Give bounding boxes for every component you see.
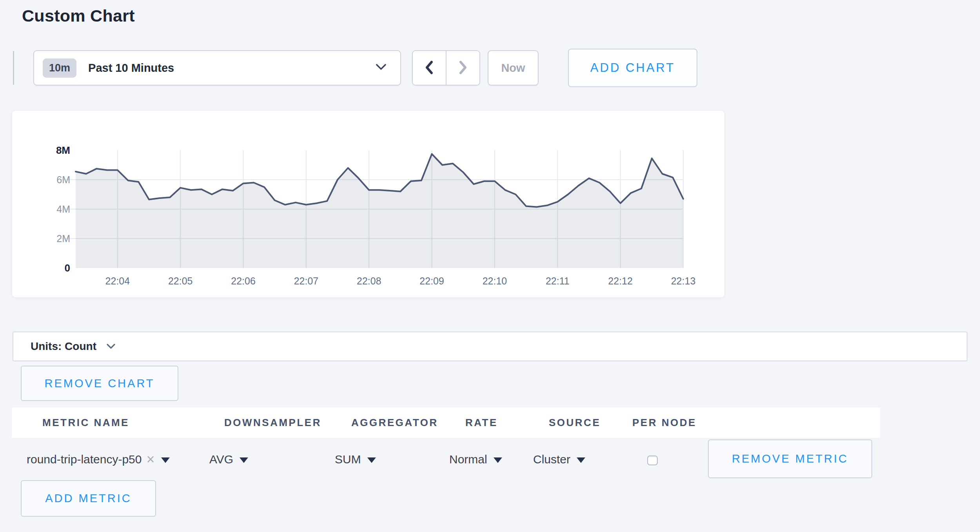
source-select[interactable]: Cluster <box>533 451 585 468</box>
chevron-down-icon <box>107 344 115 351</box>
caret-down-icon <box>494 457 502 463</box>
svg-text:2M: 2M <box>56 233 70 244</box>
svg-text:22:13: 22:13 <box>671 275 696 286</box>
column-header-source: SOURCE <box>549 408 601 438</box>
add-metric-button[interactable]: ADD METRIC <box>21 480 156 517</box>
chevron-right-icon <box>458 60 468 76</box>
chevron-left-icon <box>425 60 434 76</box>
svg-text:22:09: 22:09 <box>419 275 444 286</box>
now-button[interactable]: Now <box>488 50 539 86</box>
svg-text:6M: 6M <box>56 174 70 185</box>
remove-chart-button[interactable]: REMOVE CHART <box>21 366 178 401</box>
time-range-select[interactable]: 10m Past 10 Minutes <box>33 50 401 86</box>
aggregator-select[interactable]: SUM <box>335 451 376 468</box>
time-next-button[interactable] <box>446 51 479 85</box>
custom-chart-page: Custom Chart 10m Past 10 Minutes Now ADD… <box>0 0 980 532</box>
timeseries-chart: 22:0422:0522:0622:0722:0822:0922:1022:11… <box>12 111 724 297</box>
caret-down-icon <box>240 457 248 463</box>
chart-card: 22:0422:0522:0622:0722:0822:0922:1022:11… <box>12 110 725 298</box>
svg-text:22:10: 22:10 <box>483 275 507 286</box>
svg-text:22:11: 22:11 <box>546 275 570 286</box>
source-value: Cluster <box>533 453 570 466</box>
close-icon[interactable]: × <box>146 454 154 465</box>
metric-name-select[interactable]: round-trip-latency-p50 × <box>27 451 170 468</box>
column-header-downsampler: DOWNSAMPLER <box>224 408 321 438</box>
column-header-per-node: PER NODE <box>632 408 697 438</box>
chevron-down-icon <box>376 64 386 72</box>
svg-text:22:07: 22:07 <box>294 275 319 286</box>
downsampler-select[interactable]: AVG <box>209 451 248 468</box>
add-chart-button[interactable]: ADD CHART <box>568 49 697 87</box>
caret-down-icon <box>367 457 376 463</box>
column-header-aggregator: AGGREGATOR <box>351 408 438 438</box>
units-label: Units: Count <box>31 340 96 353</box>
time-prev-button[interactable] <box>413 51 446 85</box>
metrics-table-header: METRIC NAME DOWNSAMPLER AGGREGATOR RATE … <box>12 408 880 438</box>
svg-text:8M: 8M <box>56 144 70 156</box>
rate-select[interactable]: Normal <box>449 451 502 468</box>
svg-text:0: 0 <box>65 262 70 274</box>
downsampler-value: AVG <box>209 453 233 466</box>
caret-down-icon <box>577 457 585 463</box>
aggregator-value: SUM <box>335 453 361 466</box>
per-node-checkbox[interactable] <box>647 455 658 465</box>
metric-name-value: round-trip-latency-p50 <box>27 453 142 466</box>
svg-text:22:06: 22:06 <box>231 275 256 286</box>
svg-text:22:12: 22:12 <box>608 275 633 286</box>
remove-metric-button[interactable]: REMOVE METRIC <box>708 439 872 478</box>
column-header-rate: RATE <box>465 408 498 438</box>
rate-value: Normal <box>449 453 487 466</box>
page-title: Custom Chart <box>22 6 135 26</box>
time-window-badge: 10m <box>43 58 76 78</box>
column-header-metric-name: METRIC NAME <box>42 408 129 438</box>
svg-text:22:05: 22:05 <box>168 275 193 286</box>
time-range-label: Past 10 Minutes <box>88 62 174 75</box>
units-selector[interactable]: Units: Count <box>13 332 967 361</box>
time-nav-group <box>412 50 480 86</box>
section-divider <box>13 51 14 85</box>
caret-down-icon <box>161 457 170 463</box>
svg-text:4M: 4M <box>56 204 70 215</box>
svg-text:22:08: 22:08 <box>357 275 381 286</box>
svg-text:22:04: 22:04 <box>105 275 130 286</box>
